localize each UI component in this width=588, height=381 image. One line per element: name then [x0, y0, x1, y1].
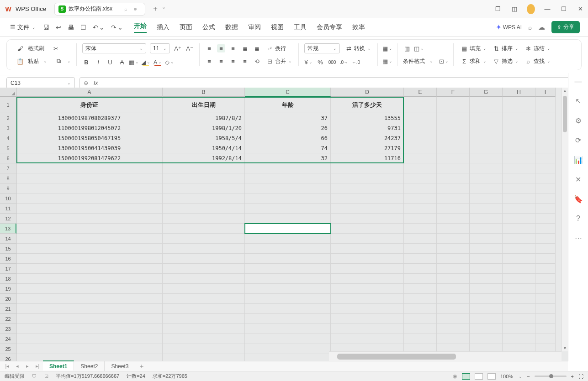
copy-icon[interactable]: ⧉ — [54, 57, 63, 65]
ribbon-tab-3[interactable]: 公式 — [202, 23, 215, 31]
cell-G1[interactable] — [470, 97, 503, 113]
cell-C8[interactable] — [245, 173, 331, 183]
row-header-24[interactable]: 24 — [0, 334, 16, 344]
cell-I6[interactable] — [535, 153, 556, 163]
close-button[interactable]: ✕ — [576, 5, 584, 12]
cell-D14[interactable] — [331, 234, 404, 244]
cell-C22[interactable] — [245, 314, 331, 324]
document-tab[interactable]: S 效率办公指南.xlsx ⌕ — [54, 3, 145, 16]
cell-G7[interactable] — [470, 163, 503, 173]
search-icon[interactable]: ⌕ — [528, 24, 532, 31]
font-size-select[interactable]: 11⌄ — [150, 43, 170, 53]
cell-C24[interactable] — [245, 334, 331, 344]
cell-H16[interactable] — [503, 254, 535, 264]
sheet-nav-last[interactable]: ▸| — [33, 363, 42, 369]
cell-E17[interactable] — [404, 264, 437, 274]
cell-E12[interactable] — [404, 214, 437, 224]
cell-D18[interactable] — [331, 274, 404, 284]
cell-F3[interactable] — [437, 123, 470, 133]
row-header-17[interactable]: 17 — [0, 264, 16, 274]
cell-A14[interactable] — [16, 234, 163, 244]
cube-icon[interactable]: ◫ — [510, 5, 519, 12]
cell-G21[interactable] — [470, 304, 503, 314]
ribbon-tab-9[interactable]: 效率 — [352, 23, 365, 31]
cell-E7[interactable] — [404, 163, 437, 173]
cell-D21[interactable] — [331, 304, 404, 314]
new-tab-button[interactable]: ＋ — [152, 4, 159, 14]
zoom-slider[interactable] — [535, 376, 567, 377]
cell-E22[interactable] — [404, 314, 437, 324]
cell-H21[interactable] — [503, 304, 535, 314]
row-header-2[interactable]: 2 — [0, 113, 16, 123]
row-header-3[interactable]: 3 — [0, 123, 16, 133]
cell-B14[interactable] — [163, 234, 245, 244]
cell-I14[interactable] — [535, 234, 556, 244]
decrease-font-icon[interactable]: A⁻ — [185, 44, 194, 52]
cell-A19[interactable] — [16, 284, 163, 294]
underline-button[interactable]: U — [106, 58, 114, 66]
row-header-23[interactable]: 23 — [0, 324, 16, 334]
view-normal-button[interactable] — [462, 373, 470, 380]
cell-D22[interactable] — [331, 314, 404, 324]
comment-icon[interactable]: ⟳ — [575, 136, 581, 145]
cell-B7[interactable] — [163, 163, 245, 173]
cell-B21[interactable] — [163, 304, 245, 314]
ribbon-tab-7[interactable]: 工具 — [294, 23, 307, 31]
cell-H5[interactable] — [503, 143, 535, 153]
cell-C1[interactable]: 年龄 — [245, 97, 331, 113]
cell-E23[interactable] — [404, 324, 437, 334]
cell-B9[interactable] — [163, 183, 245, 193]
row-header-5[interactable]: 5 — [0, 143, 16, 153]
cell-F10[interactable] — [437, 193, 470, 204]
cell-H10[interactable] — [503, 193, 535, 204]
cell-D10[interactable] — [331, 193, 404, 204]
row-header-15[interactable]: 15 — [0, 244, 16, 254]
cell-I18[interactable] — [535, 274, 556, 284]
row-header-18[interactable]: 18 — [0, 274, 16, 284]
cell-D9[interactable] — [331, 183, 404, 193]
sheet-tab-Sheet2[interactable]: Sheet2 — [74, 361, 105, 371]
scroll-up-icon[interactable]: ▲ — [562, 88, 568, 94]
cell-I8[interactable] — [535, 173, 556, 183]
cell-G22[interactable] — [470, 314, 503, 324]
font-name-select[interactable]: 宋体⌄ — [82, 43, 146, 53]
cell-C21[interactable] — [245, 304, 331, 314]
cell-C23[interactable] — [245, 324, 331, 334]
sheet-nav-prev[interactable]: ◂ — [13, 363, 22, 369]
zoom-out-button[interactable]: − — [527, 374, 530, 379]
cell-E24[interactable] — [404, 334, 437, 344]
cell-C18[interactable] — [245, 274, 331, 284]
cell-A12[interactable] — [16, 214, 163, 224]
cell-C13[interactable] — [245, 224, 331, 234]
cell-A2[interactable]: 1300001987080289377 — [16, 113, 163, 123]
col-header-E[interactable]: E — [404, 88, 437, 97]
cell-B4[interactable]: 1958/5/4 — [163, 133, 245, 143]
freeze-button[interactable]: ❄冻结⌄ — [523, 44, 551, 52]
cell-H19[interactable] — [503, 284, 535, 294]
cell-C19[interactable] — [245, 284, 331, 294]
cell-G10[interactable] — [470, 193, 503, 204]
cell-A20[interactable] — [16, 294, 163, 304]
row-header-20[interactable]: 20 — [0, 294, 16, 304]
cell-I12[interactable] — [535, 214, 556, 224]
cell-C2[interactable]: 37 — [245, 113, 331, 123]
cell-I17[interactable] — [535, 264, 556, 274]
cell-A24[interactable] — [16, 334, 163, 344]
delete-cells-icon[interactable]: ▦⌄ — [383, 57, 392, 65]
align-center-icon[interactable]: ≡ — [217, 57, 225, 65]
cell-G8[interactable] — [470, 173, 503, 183]
ribbon-tab-4[interactable]: 数据 — [225, 23, 238, 31]
cell-I11[interactable] — [535, 204, 556, 214]
undo-button[interactable]: ↶⌄ — [93, 24, 105, 31]
collapse-panel-icon[interactable]: — — [575, 78, 582, 86]
cell-D20[interactable] — [331, 294, 404, 304]
ribbon-tab-8[interactable]: 会员专享 — [317, 23, 342, 31]
formula-bar[interactable]: ⊖ fx — [79, 77, 582, 89]
align-middle-icon[interactable]: ≡ — [217, 44, 225, 52]
cell-D15[interactable] — [331, 244, 404, 254]
row-header-16[interactable]: 16 — [0, 254, 16, 264]
zoom-value[interactable]: 100% — [500, 374, 513, 379]
cell-I22[interactable] — [535, 314, 556, 324]
align-right-icon[interactable]: ≡ — [229, 57, 237, 65]
cell-G12[interactable] — [470, 214, 503, 224]
